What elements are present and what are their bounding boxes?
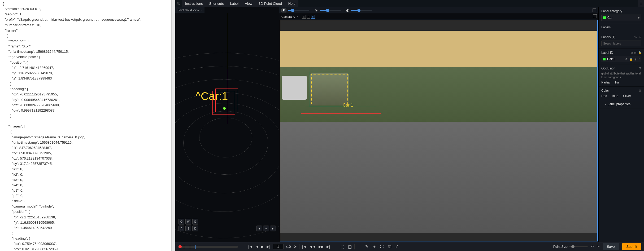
lock-icon[interactable]: 🔒 <box>638 51 641 54</box>
badge-b[interactable]: B <box>311 15 315 19</box>
hide-icon[interactable]: 👁 <box>625 58 628 61</box>
label-properties-toggle[interactable]: › Label properties <box>601 102 641 106</box>
edit-icon[interactable]: ✎ <box>365 244 369 249</box>
view-tools: ⬚ ◫ <box>341 244 352 249</box>
key-a[interactable]: A <box>179 226 184 231</box>
workspace: Point cloud View × ^Car:1 <box>175 7 644 242</box>
panel-icon[interactable]: ☰ <box>638 0 644 6</box>
brightness-icon: ☀ <box>315 8 318 12</box>
menu-view[interactable]: View <box>245 2 252 6</box>
playback-controls: |◄ ◄ ▶ ▶| /10 ⟳ <box>248 244 297 249</box>
gear-icon[interactable]: ⚙ <box>638 89 641 93</box>
frame-timeline[interactable] <box>178 246 238 248</box>
sort-icon[interactable]: ⇅ <box>634 35 637 39</box>
info-icon[interactable]: ⓘ <box>175 0 182 7</box>
color-title: Color ⚙ <box>601 89 641 93</box>
search-labels-input[interactable] <box>601 41 641 46</box>
step-fwd-button[interactable]: ▶▶ <box>319 245 324 249</box>
label-id-title: Label ID ⧉ ◎ 🔒 <box>601 51 641 55</box>
color-options[interactable]: Red Blue Silver <box>601 94 641 98</box>
occlusion-partial[interactable]: Partial <box>601 81 610 84</box>
key-e[interactable]: E <box>192 219 198 224</box>
menu-help[interactable]: Help <box>288 2 295 6</box>
save-button[interactable]: Save <box>603 243 619 250</box>
lock-icon[interactable]: 🔒 <box>629 58 633 61</box>
first-frame-button[interactable]: |◄ <box>248 245 253 249</box>
panel-toggle[interactable]: ☰ <box>638 0 644 7</box>
label-item-text: Car:1 <box>607 57 615 61</box>
point-size-control[interactable]: Point Size <box>553 245 588 249</box>
ground-marker <box>223 107 226 110</box>
visibility-icon[interactable]: ◎ <box>634 51 637 54</box>
loop-button[interactable]: ⟳ <box>294 245 297 249</box>
copy-icon[interactable]: ⧉ <box>631 51 633 54</box>
add-icon[interactable]: ＋ <box>372 244 376 249</box>
maximize-icon[interactable] <box>593 8 596 12</box>
edit-tools: ✎ ＋ ⛶ ◱ ⤢ <box>365 244 399 249</box>
maximize-icon[interactable] <box>593 14 597 18</box>
color-swatch <box>603 16 606 19</box>
key-right[interactable]: ► <box>270 226 276 231</box>
close-icon[interactable]: × <box>201 8 202 12</box>
key-s[interactable]: S <box>185 226 191 231</box>
slider-p[interactable]: P <box>281 8 309 12</box>
label-category-value: Car <box>607 16 612 20</box>
slider-brightness[interactable]: ☀ <box>315 8 341 12</box>
step-back-button[interactable]: ◄◄ <box>309 245 316 249</box>
top-menubar: Instructions Shortcuts Label View 3D Poi… <box>182 0 298 7</box>
menu-label[interactable]: Label <box>230 2 238 6</box>
crop-icon[interactable]: ◱ <box>388 244 391 249</box>
contrast-icon: ◐ <box>346 8 349 12</box>
prev-frame-button[interactable]: ◄ <box>255 245 259 249</box>
menu-instructions[interactable]: Instructions <box>185 2 203 6</box>
pc-view-tab[interactable]: Point cloud View × <box>175 7 204 13</box>
camera-view[interactable]: Camera_0 × C F B Car:1 <box>279 7 598 242</box>
divider <box>299 244 299 249</box>
menu-3d-point-cloud[interactable]: 3D Point Cloud <box>259 2 282 6</box>
key-d[interactable]: D <box>192 226 198 231</box>
key-center[interactable]: ● <box>263 226 269 231</box>
key-q[interactable]: Q <box>179 219 184 224</box>
undo-button[interactable]: ↶ <box>591 245 594 249</box>
camera-frame[interactable]: Car:1 <box>280 20 598 241</box>
cube3d-icon[interactable]: ◫ <box>348 244 352 249</box>
pc-view-tab-label: Point cloud View <box>177 8 199 12</box>
color-blue[interactable]: Blue <box>612 94 618 98</box>
badge-c[interactable]: C <box>302 15 306 19</box>
fit-icon[interactable]: ⛶ <box>380 244 384 249</box>
slider-contrast[interactable]: ◐ <box>346 8 372 12</box>
color-silver[interactable]: Silver <box>623 94 631 98</box>
skip-first-button[interactable]: |◄ <box>302 245 306 249</box>
json-source-text: { "version": "2020-03-01", "seq-no": 1, … <box>3 2 141 251</box>
occlusion-options[interactable]: Partial Full <box>601 81 641 84</box>
submit-button[interactable]: Submit <box>622 243 641 250</box>
point-cloud-view[interactable]: Point cloud View × ^Car:1 <box>175 7 279 242</box>
bottom-toolbar: |◄ ◄ ▶ ▶| /10 ⟳ |◄ ◄◄ ▶▶ ▶| ⬚ ◫ ✎ ＋ ⛶ ◱ … <box>175 242 644 251</box>
frame-number-input[interactable] <box>273 244 284 249</box>
collapse-icon[interactable]: ˄ <box>638 58 640 61</box>
gear-icon[interactable]: ⚙ <box>638 67 641 70</box>
cube-icon[interactable]: ⬚ <box>341 244 344 249</box>
menu-shortcuts[interactable]: Shortcuts <box>209 2 224 6</box>
color-red[interactable]: Red <box>601 94 607 98</box>
filter-icon[interactable]: ▽ <box>639 35 641 39</box>
play-button[interactable]: ▶ <box>261 245 264 249</box>
fullscreen-icon[interactable]: ⤢ <box>395 244 399 249</box>
occlusion-full[interactable]: Full <box>615 81 620 84</box>
label-category-dropdown[interactable]: Car <box>601 15 641 21</box>
next-frame-button[interactable]: ▶| <box>267 245 270 249</box>
divider <box>354 244 355 249</box>
key-left[interactable]: ◄ <box>256 226 262 231</box>
key-w[interactable]: W <box>185 219 191 224</box>
bbox-2d-car1[interactable] <box>309 72 350 106</box>
redo-button[interactable]: ↷ <box>597 245 599 249</box>
camera-view-tab[interactable]: Camera_0 × C F B <box>279 14 317 20</box>
delete-icon[interactable]: 🗑 <box>634 58 637 61</box>
skip-last-button[interactable]: ▶| <box>327 245 330 249</box>
labels-count-title: Labels (1) ⇅ ▽ <box>601 35 641 39</box>
close-icon[interactable]: × <box>297 15 298 18</box>
labels-title: Labels <box>601 25 641 29</box>
badge-f[interactable]: F <box>307 15 310 19</box>
point-cloud-canvas[interactable]: ^Car:1 Q W E A S D ◄ ● ► <box>175 13 279 242</box>
label-item-car1[interactable]: Car:1 👁 🔒 🗑 ˄ <box>601 56 641 62</box>
